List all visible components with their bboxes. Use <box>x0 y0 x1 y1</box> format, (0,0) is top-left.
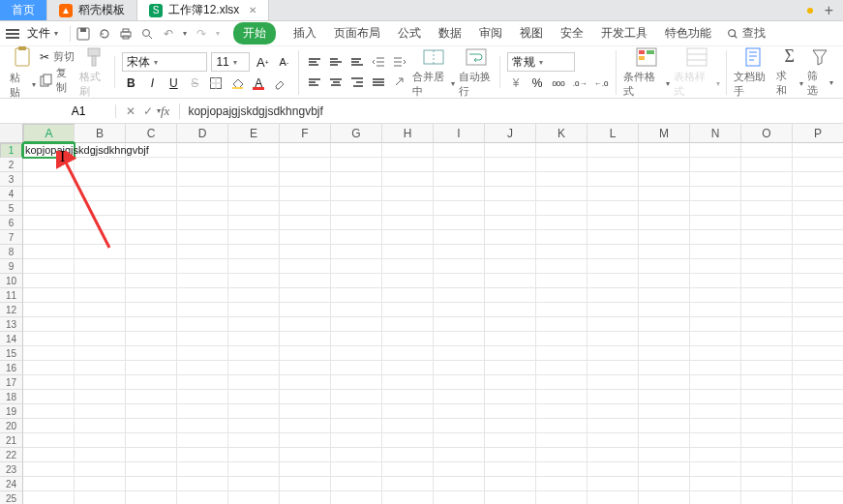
cell[interactable] <box>382 448 434 462</box>
cell[interactable] <box>690 448 741 462</box>
strike-button[interactable]: S <box>186 74 203 92</box>
cell[interactable] <box>485 259 536 274</box>
cell[interactable] <box>331 143 382 158</box>
row-header[interactable]: 5 <box>0 201 23 216</box>
cell[interactable] <box>382 462 434 477</box>
cell[interactable] <box>434 259 485 274</box>
cell[interactable] <box>75 288 126 303</box>
cell[interactable] <box>690 259 741 274</box>
cell[interactable] <box>690 375 741 390</box>
cell[interactable] <box>434 317 485 332</box>
cell[interactable] <box>536 375 587 390</box>
cell[interactable] <box>793 375 843 390</box>
cell[interactable] <box>177 419 228 433</box>
cell[interactable] <box>331 361 382 375</box>
cell[interactable] <box>331 245 382 259</box>
cell[interactable] <box>587 230 639 245</box>
tab-review[interactable]: 审阅 <box>479 25 502 42</box>
cell[interactable] <box>126 187 177 201</box>
cell[interactable] <box>587 361 639 375</box>
cell[interactable] <box>434 346 485 361</box>
row-header[interactable]: 19 <box>0 404 23 419</box>
cell[interactable] <box>23 317 75 332</box>
cell[interactable] <box>280 448 331 462</box>
cell[interactable] <box>536 201 587 216</box>
cell[interactable] <box>639 361 690 375</box>
cell[interactable] <box>177 433 228 448</box>
cell[interactable] <box>639 303 690 317</box>
cell[interactable] <box>177 390 228 404</box>
cell[interactable] <box>793 477 843 491</box>
justify-button[interactable] <box>370 74 387 91</box>
row-header[interactable]: 15 <box>0 346 23 361</box>
cell[interactable] <box>434 187 485 201</box>
cell[interactable] <box>690 274 741 288</box>
cell[interactable] <box>228 259 280 274</box>
cell[interactable] <box>228 216 280 230</box>
cell[interactable] <box>177 216 228 230</box>
cell[interactable] <box>690 433 741 448</box>
cell[interactable] <box>485 172 536 187</box>
cell[interactable] <box>587 303 639 317</box>
tab-view[interactable]: 视图 <box>520 25 543 42</box>
cell[interactable] <box>485 288 536 303</box>
cell[interactable] <box>741 245 793 259</box>
cell[interactable] <box>280 201 331 216</box>
cell[interactable] <box>639 346 690 361</box>
cell[interactable] <box>485 303 536 317</box>
font-name-select[interactable]: 宋体▾ <box>122 52 207 72</box>
cell[interactable] <box>434 172 485 187</box>
hamburger-icon[interactable] <box>6 29 19 39</box>
cell[interactable] <box>382 375 434 390</box>
cell[interactable] <box>126 259 177 274</box>
cell[interactable] <box>536 332 587 346</box>
cell[interactable] <box>23 201 75 216</box>
cell[interactable] <box>382 216 434 230</box>
cell[interactable] <box>587 433 639 448</box>
cell[interactable] <box>23 245 75 259</box>
cell[interactable] <box>126 346 177 361</box>
cell[interactable] <box>382 317 434 332</box>
cell[interactable] <box>382 172 434 187</box>
cell[interactable] <box>485 187 536 201</box>
clear-format-button[interactable] <box>271 74 288 92</box>
tab-workbook[interactable]: S 工作簿12.xlsx ✕ <box>137 0 269 20</box>
cell[interactable] <box>228 303 280 317</box>
cell[interactable] <box>587 288 639 303</box>
cell[interactable] <box>23 172 75 187</box>
cell[interactable] <box>75 245 126 259</box>
cell[interactable] <box>331 216 382 230</box>
row-header[interactable]: 23 <box>0 462 23 477</box>
cell[interactable] <box>793 390 843 404</box>
cell[interactable] <box>177 274 228 288</box>
indent-increase-button[interactable] <box>391 53 408 71</box>
doc-assist-button[interactable]: 文档助手 <box>734 46 772 99</box>
cell[interactable] <box>485 230 536 245</box>
cell[interactable] <box>690 288 741 303</box>
cell[interactable] <box>485 158 536 172</box>
cell[interactable] <box>793 332 843 346</box>
cell[interactable] <box>126 332 177 346</box>
row-header[interactable]: 3 <box>0 172 23 187</box>
cell[interactable] <box>434 332 485 346</box>
cell[interactable] <box>434 419 485 433</box>
cell[interactable] <box>126 288 177 303</box>
cell[interactable] <box>485 462 536 477</box>
cell[interactable] <box>280 216 331 230</box>
cell[interactable] <box>126 361 177 375</box>
cell[interactable] <box>485 245 536 259</box>
column-header[interactable]: C <box>126 124 177 143</box>
cell[interactable] <box>280 274 331 288</box>
cell[interactable] <box>228 317 280 332</box>
cell[interactable] <box>690 361 741 375</box>
cell[interactable] <box>587 462 639 477</box>
cell[interactable] <box>75 390 126 404</box>
cell[interactable] <box>741 230 793 245</box>
cell[interactable] <box>741 491 793 504</box>
cell[interactable] <box>536 158 587 172</box>
cell[interactable] <box>228 390 280 404</box>
cell[interactable] <box>741 317 793 332</box>
cell[interactable] <box>331 375 382 390</box>
column-header[interactable]: O <box>741 124 793 143</box>
align-middle-button[interactable] <box>327 53 345 71</box>
